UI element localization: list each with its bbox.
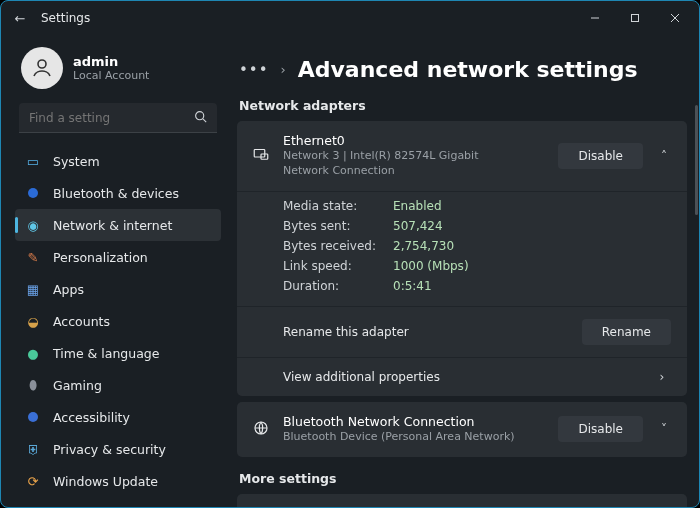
breadcrumb-more[interactable]: ••• [239, 61, 269, 79]
disable-button[interactable]: Disable [558, 143, 643, 169]
nav-gaming[interactable]: ⬮ Gaming [15, 369, 221, 401]
back-button[interactable]: ← [5, 11, 35, 26]
kv-key: Bytes received: [283, 239, 393, 253]
nav-personalization[interactable]: ✎ Personalization [15, 241, 221, 273]
kv-val: 0:5:41 [393, 279, 432, 293]
adapter-subtitle: Network 3 | Intel(R) 82574L Gigabit Netw… [283, 149, 523, 179]
chevron-right-icon: › [281, 62, 286, 77]
rename-button[interactable]: Rename [582, 319, 671, 345]
bluetooth-icon [25, 186, 41, 201]
globe-icon: ● [25, 346, 41, 361]
gaming-icon: ⬮ [25, 377, 41, 393]
nav-time[interactable]: ● Time & language [15, 337, 221, 369]
kv-val: Enabled [393, 199, 442, 213]
minimize-button[interactable] [575, 4, 615, 32]
person-icon: ◒ [25, 314, 41, 329]
accessibility-icon [25, 410, 41, 425]
settings-window: ← Settings admin Local Account [0, 0, 700, 508]
adapter-ethernet: Ethernet0 Network 3 | Intel(R) 82574L Gi… [237, 121, 687, 396]
section-adapters: Network adapters [239, 98, 685, 113]
kv-val: 2,754,730 [393, 239, 454, 253]
bluetooth-network-icon [251, 419, 271, 440]
adapter-bluetooth: Bluetooth Network Connection Bluetooth D… [237, 402, 687, 457]
nav-label: Bluetooth & devices [53, 186, 179, 201]
nav-apps[interactable]: ▦ Apps [15, 273, 221, 305]
nav-label: Accounts [53, 314, 110, 329]
system-icon: ▭ [25, 154, 41, 169]
nav-label: Apps [53, 282, 84, 297]
nav-label: Time & language [53, 346, 159, 361]
nav-accessibility[interactable]: Accessibility [15, 401, 221, 433]
svg-point-4 [38, 60, 46, 68]
nav-accounts[interactable]: ◒ Accounts [15, 305, 221, 337]
update-icon: ⟳ [25, 474, 41, 489]
search-box[interactable] [19, 103, 217, 133]
adapter-title: Ethernet0 [283, 133, 546, 148]
chevron-up-icon[interactable]: ˄ [655, 149, 673, 163]
avatar [21, 47, 63, 89]
nav-system[interactable]: ▭ System [15, 145, 221, 177]
window-title: Settings [35, 11, 90, 25]
kv-val: 507,424 [393, 219, 443, 233]
viewprops-label: View additional properties [283, 370, 440, 384]
kv-key: Link speed: [283, 259, 393, 273]
user-type: Local Account [73, 69, 149, 82]
svg-rect-1 [632, 15, 639, 22]
nav-privacy[interactable]: ⛨ Privacy & security [15, 433, 221, 465]
nav-list: ▭ System Bluetooth & devices ◉ Network &… [15, 145, 221, 497]
kv-val: 1000 (Mbps) [393, 259, 469, 273]
data-usage-row[interactable]: Data usage › [237, 494, 687, 507]
svg-line-6 [203, 118, 206, 121]
nav-label: Windows Update [53, 474, 158, 489]
nav-label: Gaming [53, 378, 102, 393]
maximize-button[interactable] [615, 4, 655, 32]
search-icon [194, 110, 207, 126]
main-content[interactable]: ••• › Advanced network settings Network … [227, 35, 699, 507]
chevron-down-icon[interactable]: ˅ [655, 422, 673, 436]
svg-point-5 [196, 111, 204, 119]
scrollbar-thumb[interactable] [695, 105, 698, 215]
rename-row: Rename this adapter Rename [237, 306, 687, 357]
titlebar: ← Settings [1, 1, 699, 35]
adapter-bluetooth-header[interactable]: Bluetooth Network Connection Bluetooth D… [237, 402, 687, 457]
kv-key: Bytes sent: [283, 219, 393, 233]
apps-icon: ▦ [25, 282, 41, 297]
ethernet-icon [251, 145, 271, 166]
brush-icon: ✎ [25, 250, 41, 265]
adapter-subtitle: Bluetooth Device (Personal Area Network) [283, 430, 523, 445]
nav-network[interactable]: ◉ Network & internet [15, 209, 221, 241]
kv-key: Media state: [283, 199, 393, 213]
search-input[interactable] [29, 111, 194, 125]
nav-label: Privacy & security [53, 442, 166, 457]
adapter-details: Media state:Enabled Bytes sent:507,424 B… [237, 191, 687, 306]
breadcrumb: ••• › Advanced network settings [239, 57, 687, 82]
nav-label: System [53, 154, 100, 169]
nav-update[interactable]: ⟳ Windows Update [15, 465, 221, 497]
section-more: More settings [239, 471, 685, 486]
user-name: admin [73, 54, 149, 69]
adapter-title: Bluetooth Network Connection [283, 414, 546, 429]
wifi-icon: ◉ [25, 218, 41, 233]
rename-label: Rename this adapter [283, 325, 409, 339]
page-title: Advanced network settings [298, 57, 638, 82]
adapter-ethernet-header[interactable]: Ethernet0 Network 3 | Intel(R) 82574L Gi… [237, 121, 687, 191]
close-button[interactable] [655, 4, 695, 32]
nav-bluetooth[interactable]: Bluetooth & devices [15, 177, 221, 209]
nav-label: Accessibility [53, 410, 130, 425]
user-block[interactable]: admin Local Account [21, 47, 221, 89]
nav-label: Network & internet [53, 218, 172, 233]
view-properties-row[interactable]: View additional properties › [237, 357, 687, 396]
svg-rect-7 [254, 150, 265, 158]
chevron-right-icon: › [655, 506, 673, 507]
chevron-right-icon: › [653, 370, 671, 384]
kv-key: Duration: [283, 279, 393, 293]
nav-label: Personalization [53, 250, 148, 265]
sidebar: admin Local Account ▭ System Bluetooth &… [1, 35, 227, 507]
data-usage-label: Data usage [251, 506, 643, 507]
disable-button[interactable]: Disable [558, 416, 643, 442]
shield-icon: ⛨ [25, 442, 41, 457]
